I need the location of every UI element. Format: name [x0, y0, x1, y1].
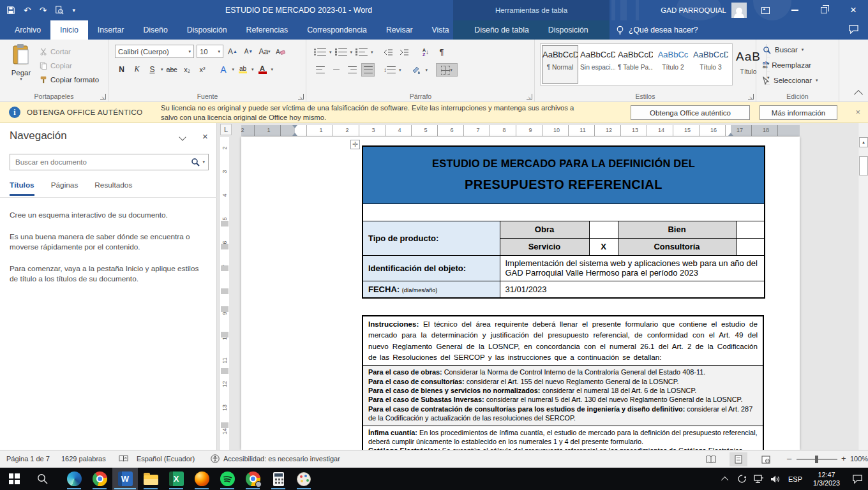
object-value-cell[interactable]: Implementación del sistema web y aplicac… — [500, 255, 765, 281]
ribbon-tab-correspondencia[interactable]: Correspondencia — [297, 20, 377, 40]
ribbon-tab-revisar[interactable]: Revisar — [377, 20, 423, 40]
tab-selector[interactable]: L — [220, 124, 232, 135]
zoom-level[interactable]: 100% — [850, 455, 868, 463]
zoom-in-button[interactable]: + — [841, 454, 846, 463]
ribbon-tab-inicio[interactable]: Inicio — [50, 20, 88, 40]
highlight-button[interactable]: ab — [236, 63, 250, 76]
ruler-row-marker[interactable] — [221, 288, 228, 294]
line-spacing-button[interactable]: ↕ — [383, 63, 396, 77]
network-icon[interactable] — [751, 468, 767, 490]
document-page[interactable]: ✛ ESTUDIO DE MERCADO PARA LA DEFINICIÓN … — [241, 137, 800, 450]
dropdown-icon[interactable]: ▾ — [371, 50, 373, 55]
restore-button[interactable] — [809, 0, 839, 20]
feedback-icon[interactable] — [848, 24, 859, 36]
justify-button[interactable] — [361, 63, 375, 77]
decrease-indent-button[interactable] — [382, 45, 395, 59]
underline-dropdown-icon[interactable]: ▾ — [161, 67, 163, 72]
servicio-mark-cell[interactable]: X — [589, 238, 618, 255]
bien-mark-cell[interactable] — [736, 221, 765, 238]
style-título-3[interactable]: AaBbCcDTítulo 3 — [692, 45, 729, 84]
sort-button[interactable]: AZ↓ — [419, 45, 433, 59]
accessibility-status[interactable]: Accesibilidad: es necesario investigar — [223, 455, 340, 463]
multilevel-list-button[interactable] — [355, 45, 368, 59]
table-move-handle[interactable]: ✛ — [350, 140, 360, 149]
print-preview-icon[interactable] — [55, 6, 64, 15]
taskbar-excel-icon[interactable]: X — [163, 468, 189, 490]
ribbon-tab-insertar[interactable]: Insertar — [88, 20, 134, 40]
font-dialog-launcher[interactable] — [298, 94, 304, 100]
taskbar-word-icon[interactable]: W — [112, 468, 138, 490]
search-icon[interactable] — [191, 158, 200, 167]
clipboard-dialog-launcher[interactable] — [100, 94, 106, 100]
instructions-table[interactable]: Instrucciones: El técnico del área requi… — [362, 315, 764, 450]
ruler-row-marker[interactable] — [221, 422, 228, 428]
font-name-combo[interactable]: Calibri (Cuerpo)▾ — [115, 45, 194, 58]
dropdown-icon[interactable]: ▾ — [426, 68, 428, 73]
instructions-cases[interactable]: Para el caso de obras: Considerar la Nor… — [363, 365, 763, 425]
taskbar-paint-icon[interactable] — [291, 468, 317, 490]
save-icon[interactable] — [6, 6, 15, 15]
ruler-row-marker[interactable] — [221, 244, 228, 249]
obra-mark-cell[interactable] — [589, 221, 618, 238]
paragraph-dialog-launcher[interactable] — [527, 94, 532, 100]
instructions-intro[interactable]: Instrucciones: El técnico del área requi… — [363, 316, 763, 365]
taskbar-calculator-icon[interactable] — [266, 468, 291, 490]
bullets-button[interactable] — [313, 45, 327, 59]
taskbar-chrome-profile-icon[interactable] — [240, 468, 266, 490]
fecha-value-cell[interactable]: 31/01/2023 — [500, 281, 765, 298]
nav-tab-resultados[interactable]: Resultados — [94, 181, 132, 196]
contextual-tab-diseño-de-tabla[interactable]: Diseño de tabla — [465, 20, 538, 40]
zoom-out-button[interactable]: – — [787, 454, 791, 463]
grow-font-button[interactable]: A▲ — [226, 45, 239, 58]
avatar[interactable] — [731, 3, 747, 18]
paste-dropdown-icon[interactable]: ▾ — [6, 77, 36, 82]
warning-close-icon[interactable]: × — [855, 107, 860, 117]
copy-button[interactable]: Copiar — [40, 59, 99, 73]
align-left-button[interactable] — [313, 63, 327, 77]
show-marks-button[interactable]: ¶ — [435, 45, 449, 59]
navigation-close-icon[interactable]: × — [202, 131, 208, 142]
ruler-row-marker[interactable] — [221, 368, 228, 374]
proofing-icon[interactable] — [119, 454, 128, 464]
increase-indent-button[interactable] — [398, 45, 411, 59]
volume-icon[interactable] — [767, 468, 784, 490]
tell-me-box[interactable]: ¿Qué desea hacer? — [616, 20, 698, 40]
print-layout-button[interactable] — [730, 452, 747, 466]
ruler-row-marker[interactable] — [221, 221, 228, 226]
sync-icon[interactable] — [734, 468, 751, 490]
scrollbar-thumb[interactable] — [859, 156, 868, 175]
taskbar-chrome-icon[interactable] — [87, 468, 112, 490]
redo-icon[interactable]: ↷ — [40, 6, 47, 15]
clear-formatting-button[interactable]: A — [274, 45, 287, 58]
zoom-slider-thumb[interactable] — [815, 456, 818, 463]
document-search-box[interactable]: ▾ — [10, 154, 209, 170]
style-¶-table-pa[interactable]: AaBbCcD¶ Table Pa... — [617, 45, 654, 84]
dropdown-icon[interactable]: ▾ — [399, 68, 401, 73]
replace-button[interactable]: abac Reemplazar — [756, 57, 839, 73]
numbering-button[interactable] — [334, 45, 348, 59]
dropdown-icon[interactable]: ▾ — [329, 50, 332, 55]
collapse-ribbon-icon[interactable] — [854, 90, 863, 99]
search-input[interactable] — [10, 158, 191, 166]
taskbar-search-button[interactable] — [29, 468, 55, 490]
taskbar-edge-icon[interactable] — [61, 468, 87, 490]
align-right-button[interactable] — [345, 63, 359, 77]
obra-cell[interactable]: Obra — [500, 221, 589, 238]
find-button[interactable]: Buscar▾ — [756, 42, 839, 57]
shrink-font-button[interactable]: A▼ — [242, 45, 255, 58]
font-size-combo[interactable]: 10▾ — [197, 45, 223, 58]
dropdown-icon[interactable]: ▾ — [251, 67, 254, 72]
vertical-scrollbar[interactable]: ▴ — [858, 123, 868, 450]
page-indicator[interactable]: Página 1 de 7 — [6, 455, 50, 463]
paste-button[interactable]: Pegar ▾ — [6, 43, 36, 93]
text-effects-button[interactable]: A — [217, 63, 230, 76]
style-¶-normal[interactable]: AaBbCcDc¶ Normal — [542, 45, 578, 84]
style-sin-espaci[interactable]: AaBbCcDcSin espaci... — [580, 45, 616, 84]
close-button[interactable]: × — [839, 0, 868, 20]
web-layout-button[interactable] — [757, 452, 775, 466]
styles-dialog-launcher[interactable] — [748, 94, 754, 100]
change-case-button[interactable]: Aa▾ — [258, 45, 271, 58]
accessibility-icon[interactable] — [211, 454, 220, 464]
format-painter-button[interactable]: Copiar formato — [40, 73, 99, 87]
right-indent-marker[interactable] — [728, 133, 733, 136]
